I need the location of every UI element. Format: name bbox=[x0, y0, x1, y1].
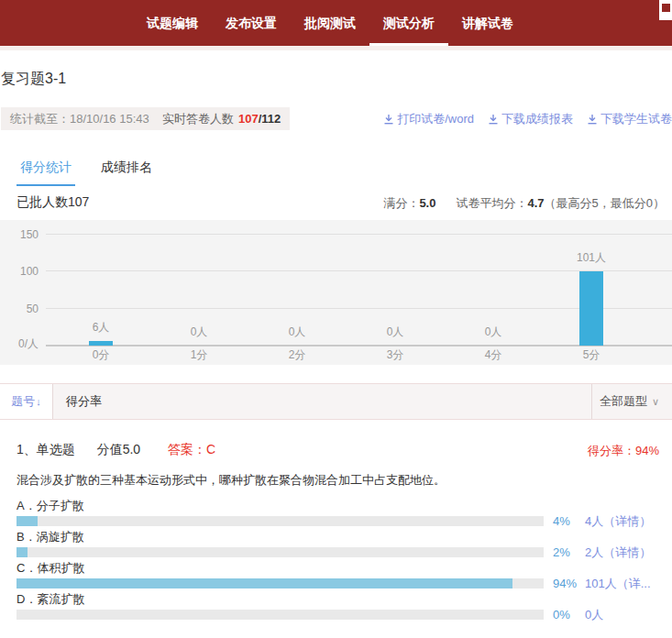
option-a-bar-track bbox=[17, 516, 544, 526]
download-icon bbox=[383, 114, 394, 125]
option-d-label: D．紊流扩散 bbox=[17, 592, 672, 607]
option-c-stats: 94% 101人（详... bbox=[17, 578, 672, 588]
respondents-label: 实时答卷人数 bbox=[162, 112, 234, 126]
x-axis-category-label: 3分 bbox=[358, 347, 432, 363]
avg-value: 4.7 bbox=[527, 196, 544, 210]
option-b-bar-track bbox=[17, 547, 544, 557]
option-a-stats: 4% 4人（详情） bbox=[17, 516, 672, 526]
option-d-stats: 0% 0人 bbox=[17, 610, 672, 620]
nav-tab-publish-settings[interactable]: 发布设置 bbox=[212, 0, 291, 46]
analysis-tabs: 得分统计 成绩排名 bbox=[17, 160, 156, 186]
question-number-type: 1、单选题 bbox=[17, 442, 75, 456]
question-type-filter-dropdown[interactable]: 全部题型∨ bbox=[591, 384, 672, 419]
score-summary: 满分：5.0试卷平均分：4.7（最高分5，最低分0） bbox=[383, 195, 665, 212]
respondents-total: /112 bbox=[259, 112, 281, 126]
download-student-papers-label: 下载学生试卷 bbox=[600, 111, 672, 127]
download-score-report-label: 下载成绩报表 bbox=[501, 111, 573, 127]
full-score-value: 5.0 bbox=[419, 196, 435, 210]
option-b: B．涡旋扩散 2% 2人（详情） bbox=[0, 530, 672, 557]
x-axis-line bbox=[46, 345, 672, 346]
top-nav: 试题编辑 发布设置 批阅测试 测试分析 讲解试卷 bbox=[0, 0, 672, 46]
nav-tab-question-edit[interactable]: 试题编辑 bbox=[133, 0, 212, 46]
option-d: D．紊流扩散 0% 0人 bbox=[0, 592, 672, 620]
y-tick-50: 50 bbox=[0, 302, 39, 315]
option-b-count-detail-link[interactable]: 2人（详情） bbox=[585, 544, 651, 561]
nav-bottom-strip bbox=[0, 46, 672, 50]
bar-value-label: 0人 bbox=[162, 324, 236, 340]
option-a-percent: 4% bbox=[553, 514, 585, 528]
nav-tab-explain-paper[interactable]: 讲解试卷 bbox=[448, 0, 527, 46]
option-a-label: A．分子扩散 bbox=[17, 499, 672, 513]
question-answer: 答案：C bbox=[168, 442, 215, 456]
print-paper-link[interactable]: 打印试卷/word bbox=[383, 111, 474, 127]
tab-score-ranking[interactable]: 成绩排名 bbox=[97, 160, 156, 186]
nav-tab-review-test[interactable]: 批阅测试 bbox=[291, 0, 369, 46]
option-a: A．分子扩散 4% 4人（详情） bbox=[0, 499, 672, 526]
bar-value-label: 6人 bbox=[64, 320, 138, 336]
question-score-rate: 得分率：94% bbox=[588, 443, 659, 459]
download-icon bbox=[587, 114, 598, 125]
score-rate-column-header: 得分率 bbox=[66, 384, 102, 419]
download-student-papers-link[interactable]: 下载学生试卷 bbox=[587, 111, 672, 127]
bar-value-label: 0人 bbox=[457, 324, 530, 340]
bar-value-label: 0人 bbox=[358, 324, 432, 340]
chevron-down-icon: ∨ bbox=[652, 396, 659, 408]
sort-desc-icon: ↓ bbox=[36, 396, 41, 407]
full-score-label: 满分： bbox=[383, 196, 419, 210]
option-b-label: B．涡旋扩散 bbox=[17, 530, 672, 544]
gridline-150 bbox=[46, 234, 672, 235]
x-axis-category-label: 5分 bbox=[555, 347, 628, 363]
respondents-current: 107 bbox=[238, 112, 259, 126]
avg-note: （最高分5，最低分0） bbox=[545, 196, 665, 210]
option-d-bar-track bbox=[17, 610, 544, 620]
y-tick-0: 0/人 bbox=[0, 336, 39, 352]
x-axis-category-label: 0分 bbox=[64, 347, 138, 363]
x-axis-category-label: 2分 bbox=[260, 347, 334, 363]
type-filter-value: 全部题型 bbox=[600, 393, 647, 410]
option-a-count-detail-link[interactable]: 4人（详情） bbox=[585, 513, 651, 530]
y-tick-100: 100 bbox=[0, 265, 39, 278]
bar-value-label: 101人 bbox=[555, 250, 628, 266]
download-icon bbox=[488, 114, 499, 125]
sort-by-question-number[interactable]: 题号↓ bbox=[0, 384, 53, 419]
gridline-50 bbox=[46, 308, 672, 309]
respondents-badge: 实时答卷人数107/112 bbox=[153, 107, 290, 130]
question-block: 1、单选题 分值5.0 答案：C 得分率：94% 混合涉及扩散的三种基本运动形式… bbox=[0, 431, 672, 623]
x-axis-category-label: 4分 bbox=[457, 347, 530, 363]
option-b-bar-fill bbox=[17, 547, 28, 557]
download-score-report-link[interactable]: 下载成绩报表 bbox=[488, 111, 573, 127]
x-axis-category-label: 1分 bbox=[162, 347, 236, 363]
download-links: 打印试卷/word 下载成绩报表 下载学生试卷 bbox=[383, 111, 672, 127]
question-filter-bar: 题号↓ 得分率 全部题型∨ bbox=[0, 383, 672, 420]
option-a-bar-fill bbox=[17, 516, 38, 526]
print-paper-label: 打印试卷/word bbox=[397, 111, 474, 127]
chart-bar bbox=[579, 271, 603, 346]
option-c-label: C．体积扩散 bbox=[17, 561, 672, 576]
option-c-bar-track bbox=[17, 578, 544, 588]
graded-count: 已批人数107 bbox=[17, 194, 89, 211]
score-distribution-chart: 150 100 50 0/人 6人0分0人1分0人2分0人3分0人4分101人5… bbox=[0, 220, 672, 365]
avg-label: 试卷平均分： bbox=[456, 196, 527, 210]
nav-tab-test-analysis[interactable]: 测试分析 bbox=[369, 0, 448, 46]
gridline-100 bbox=[46, 270, 672, 271]
sort-label: 题号 bbox=[11, 393, 35, 410]
page-title: 复习题3-1 bbox=[1, 70, 66, 89]
test-analysis-page: 试题编辑 发布设置 批阅测试 测试分析 讲解试卷 复习题3-1 统计截至：18/… bbox=[0, 0, 672, 638]
corner-marker bbox=[659, 0, 672, 20]
tab-score-statistics[interactable]: 得分统计 bbox=[17, 160, 75, 186]
option-c-bar-fill bbox=[17, 578, 512, 588]
option-d-percent: 0% bbox=[553, 608, 585, 622]
question-text: 混合涉及扩散的三种基本运动形式中，哪种扩散在聚合物混合加工中占支配地位。 bbox=[17, 472, 672, 488]
option-c-percent: 94% bbox=[553, 577, 585, 590]
question-score: 分值5.0 bbox=[97, 442, 140, 456]
option-b-stats: 2% 2人（详情） bbox=[17, 547, 672, 557]
question-meta: 1、单选题 分值5.0 答案：C 得分率：94% bbox=[0, 431, 672, 458]
option-list: A．分子扩散 4% 4人（详情） B．涡旋扩散 2% 2人（详情） C．体积扩散 bbox=[0, 499, 672, 620]
option-c: C．体积扩散 94% 101人（详... bbox=[0, 561, 672, 588]
corner-red-square-icon bbox=[662, 4, 670, 12]
option-c-count-detail-link[interactable]: 101人（详... bbox=[585, 576, 651, 592]
option-d-count: 0人 bbox=[585, 607, 603, 623]
stats-deadline-badge: 统计截至：18/10/16 15:43 bbox=[1, 107, 159, 130]
option-b-percent: 2% bbox=[553, 545, 585, 559]
chart-bar bbox=[89, 341, 113, 346]
